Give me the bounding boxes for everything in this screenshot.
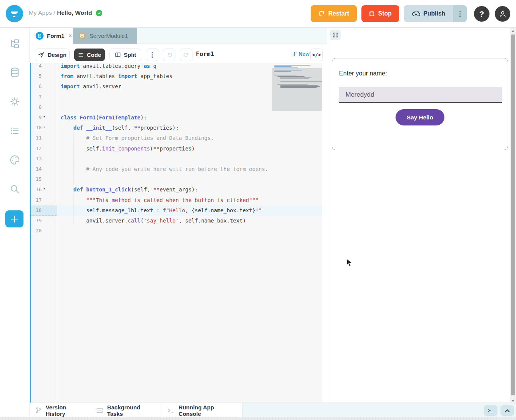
anvil-icon xyxy=(9,8,20,19)
design-view-button[interactable]: Design xyxy=(35,49,70,61)
sidebar-item-search[interactable] xyxy=(9,183,21,195)
breadcrumb-my-apps[interactable]: My Apps xyxy=(29,9,52,16)
code-label: Code xyxy=(87,52,101,58)
chevron-up-icon xyxy=(505,409,510,412)
expand-preview-button[interactable] xyxy=(330,30,341,40)
console-icon xyxy=(167,407,174,414)
publish-button[interactable]: Publish xyxy=(404,5,453,22)
sidebar-item-app-structure[interactable] xyxy=(9,38,21,50)
gutter-line-number: 5 xyxy=(31,71,57,81)
indent-guide xyxy=(73,130,73,225)
gutter-line-number: 14 xyxy=(31,164,57,174)
fold-caret-icon[interactable]: ▾ xyxy=(43,115,45,119)
sidebar-item-logs[interactable] xyxy=(9,125,21,137)
tab-servermodule1[interactable]: ServerModule1 xyxy=(73,28,137,44)
tab-form1-label: Form1 xyxy=(47,33,64,39)
gutter-line-number: 19 xyxy=(31,216,57,226)
sidebar-item-data-tables[interactable] xyxy=(9,66,21,78)
breadcrumb-separator: / xyxy=(53,9,55,16)
sidebar-item-settings[interactable] xyxy=(9,96,21,108)
code-view-button[interactable]: Code xyxy=(74,49,105,61)
view-toolbar: Design Code Split ⋮ Form1 xyxy=(30,44,327,63)
say-hello-button[interactable]: Say Hello xyxy=(396,109,445,125)
publish-label: Publish xyxy=(424,10,446,17)
tab-servermodule1-label: ServerModule1 xyxy=(89,33,128,39)
name-prompt-label: Enter your name: xyxy=(339,70,387,77)
help-button[interactable]: ? xyxy=(474,6,489,22)
stop-button[interactable]: Stop xyxy=(361,5,399,22)
mouse-cursor xyxy=(346,258,353,268)
publish-button-group: Publish ⋮ xyxy=(404,5,467,22)
running-app-console-tab[interactable]: Running App Console xyxy=(161,403,242,418)
code-line: anvil.server.call('say_hello', self.name… xyxy=(58,216,322,226)
sparkle-plus-icon xyxy=(292,52,297,56)
split-view-button[interactable]: Split xyxy=(109,49,141,61)
version-history-icon xyxy=(36,407,42,414)
restart-label: Restart xyxy=(328,10,349,17)
gutter-line-number: 18 xyxy=(31,205,57,216)
gutter-line-number: 9▾ xyxy=(31,113,57,123)
gutter-line-number: 17 xyxy=(31,195,57,205)
fold-caret-icon[interactable]: ▾ xyxy=(43,187,45,191)
sidebar-item-theme[interactable] xyxy=(9,154,21,166)
code-toggle-button[interactable]: </> xyxy=(310,49,323,61)
scrollbar-thumb[interactable] xyxy=(511,34,515,395)
new-button[interactable]: New xyxy=(292,51,310,57)
minimap-line xyxy=(274,65,310,66)
gutter-line-number: 8 xyxy=(31,102,57,113)
horizontal-scrollbar[interactable] xyxy=(0,417,516,420)
design-label: Design xyxy=(47,52,66,58)
gutter-line-number: 4 xyxy=(31,63,57,71)
user-icon xyxy=(499,10,507,18)
stop-label: Stop xyxy=(378,10,392,17)
tab-close-icon[interactable]: × xyxy=(69,33,72,39)
palette-icon xyxy=(9,154,21,166)
bottom-bar: Version History Background Tasks Running… xyxy=(30,403,516,417)
code-editor[interactable]: 456789▾10▾111213141516▾17181920 import a… xyxy=(30,63,322,403)
fold-caret-icon[interactable]: ▾ xyxy=(43,125,45,129)
terminal-button[interactable]: >_ xyxy=(484,405,497,416)
publish-cloud-icon xyxy=(412,10,420,17)
anvil-logo[interactable] xyxy=(6,5,23,22)
app-form-card: Enter your name: Say Hello xyxy=(332,58,508,150)
editor-tab-strip: Form1 × ServerModule1 xyxy=(30,28,327,44)
code-line: def button_1_click(self, **event_args): xyxy=(58,185,322,195)
database-icon xyxy=(9,66,21,78)
name-input[interactable] xyxy=(339,87,502,103)
collapse-panel-button[interactable] xyxy=(500,405,514,416)
undo-button[interactable] xyxy=(163,49,175,61)
vertical-scrollbar[interactable]: ▲ ▼ xyxy=(510,28,516,404)
breadcrumb-app-name[interactable]: Hello, World xyxy=(57,9,92,16)
gutter-line-number: 20 xyxy=(31,226,57,236)
gutter-line-number: 12 xyxy=(31,144,57,154)
restart-button[interactable]: Restart xyxy=(311,5,357,22)
kebab-icon: ⋮ xyxy=(149,52,155,58)
search-icon xyxy=(9,183,21,195)
toolbar-menu-button[interactable]: ⋮ xyxy=(146,49,158,61)
scroll-down-arrow[interactable]: ▼ xyxy=(510,398,516,404)
plus-icon xyxy=(9,214,19,224)
gutter-line-number: 6 xyxy=(31,81,57,92)
gutter-line-number: 10▾ xyxy=(31,123,57,133)
code-line: """This method is called when the button… xyxy=(58,195,322,205)
scroll-up-arrow[interactable]: ▲ xyxy=(510,28,516,34)
minimap-slider[interactable] xyxy=(272,68,322,111)
server-module-icon xyxy=(78,32,86,40)
tab-form1[interactable]: Form1 × xyxy=(30,28,73,44)
app-tree-icon xyxy=(9,38,21,50)
add-component-button[interactable] xyxy=(5,210,23,227)
publish-menu-button[interactable]: ⋮ xyxy=(453,5,467,22)
stop-icon xyxy=(369,11,375,17)
gutter-line-number: 7 xyxy=(31,92,57,102)
code-line: self.message_lbl.text = f"Hello, {self.n… xyxy=(58,205,322,216)
undo-icon xyxy=(166,52,172,58)
restart-icon xyxy=(318,11,325,17)
version-history-tab[interactable]: Version History xyxy=(30,403,90,418)
minimap[interactable] xyxy=(272,63,322,177)
background-tasks-label: Background Tasks xyxy=(107,404,155,417)
background-tasks-tab[interactable]: Background Tasks xyxy=(90,403,161,418)
new-label: New xyxy=(299,51,310,57)
redo-button[interactable] xyxy=(180,49,192,61)
profile-button[interactable] xyxy=(495,6,510,22)
split-view-icon xyxy=(115,52,121,58)
